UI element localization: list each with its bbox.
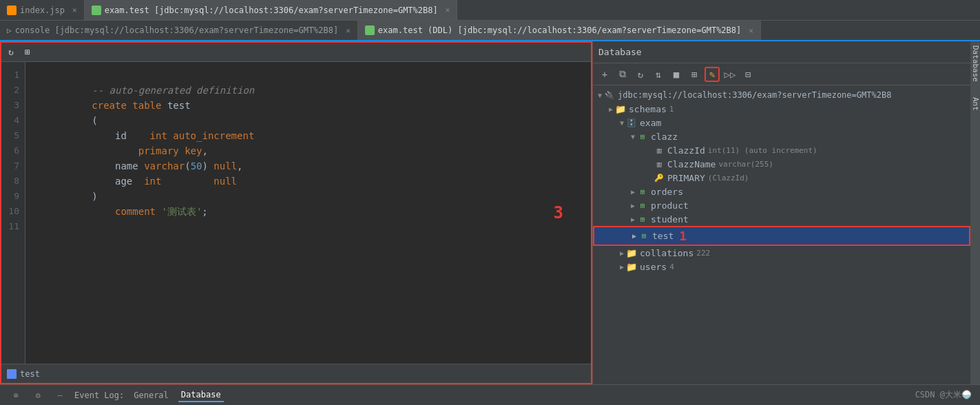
line-num-7: 7 bbox=[14, 158, 19, 174]
code-line-11 bbox=[34, 219, 583, 234]
database-side-label[interactable]: Database bbox=[970, 41, 981, 86]
exam-label: exam bbox=[640, 118, 661, 128]
users-count: 4 bbox=[669, 262, 674, 271]
grid-view-icon[interactable]: ⊞ bbox=[22, 47, 33, 58]
schemas-label: schemas bbox=[629, 104, 667, 114]
collations-label: collations bbox=[640, 248, 694, 258]
line-num-11: 11 bbox=[8, 219, 19, 234]
clazzid-label: ClazzId bbox=[667, 145, 705, 156]
tab-icon-console: ▷ bbox=[7, 26, 12, 35]
test-label: test bbox=[652, 231, 674, 241]
editor-content: 1 2 3 4 5 6 7 8 9 10 11 -- auto-generate… bbox=[1, 62, 591, 364]
status-bar: ⊕ ⚙ — Event Log: General Database CSDN @… bbox=[0, 384, 980, 405]
footer-grid-icon bbox=[7, 369, 17, 379]
test-arrow: ▶ bbox=[630, 232, 638, 240]
refresh-icon[interactable]: ↻ bbox=[6, 47, 17, 58]
kw-table: table bbox=[132, 100, 161, 111]
ant-side-label[interactable]: Ant bbox=[970, 93, 981, 115]
collations-count: 222 bbox=[696, 249, 710, 258]
orders-arrow: ▶ bbox=[629, 187, 637, 196]
tree-users[interactable]: ▶ 📁 users 4 bbox=[593, 260, 970, 273]
tab-close-index[interactable]: ✕ bbox=[72, 6, 77, 14]
tree-student[interactable]: ▶ ⊞ student bbox=[593, 212, 970, 226]
db-stop-btn[interactable]: ■ bbox=[669, 67, 684, 82]
student-arrow: ▶ bbox=[629, 215, 637, 223]
line-num-4: 4 bbox=[14, 113, 19, 128]
status-minimize-btn[interactable]: — bbox=[52, 388, 67, 403]
code-editor[interactable]: -- auto-generated definition create tabl… bbox=[25, 62, 591, 364]
tab-close-console[interactable]: ✕ bbox=[346, 26, 351, 35]
tab-bar-row1: index.jsp ✕ exam.test [jdbc:mysql://loca… bbox=[0, 0, 980, 21]
collations-icon: 📁 bbox=[626, 247, 637, 258]
line-num-6: 6 bbox=[14, 143, 19, 158]
primary-key-icon: 🔑 bbox=[654, 172, 665, 183]
clazzname-type: varchar(255) bbox=[718, 160, 773, 169]
tree-clazzid[interactable]: ▥ ClazzId int(11) (auto increment) bbox=[593, 143, 970, 157]
schemas-icon: 📁 bbox=[615, 103, 626, 114]
student-table-icon: ⊞ bbox=[637, 214, 648, 225]
product-table-icon: ⊞ bbox=[637, 200, 648, 211]
status-left: ⊕ ⚙ — Event Log: General Database bbox=[8, 388, 224, 403]
tab-ddl[interactable]: exam.test (DDL) [jdbc:mysql://localhost:… bbox=[358, 21, 761, 40]
schemas-count: 1 bbox=[669, 105, 674, 114]
db-sync-btn[interactable]: ⇅ bbox=[651, 67, 666, 82]
tree-orders[interactable]: ▶ ⊞ orders bbox=[593, 185, 970, 198]
status-settings-btn[interactable]: ⚙ bbox=[30, 388, 45, 403]
tab-console[interactable]: ▷ console [jdbc:mysql://localhost:3306/e… bbox=[0, 21, 358, 40]
users-icon: 📁 bbox=[626, 261, 637, 272]
db-table-btn[interactable]: ⊞ bbox=[687, 67, 702, 82]
clazzid-icon: ▥ bbox=[654, 145, 665, 156]
line-num-5: 5 bbox=[14, 128, 19, 143]
product-arrow: ▶ bbox=[629, 201, 637, 209]
tab-general[interactable]: General bbox=[131, 389, 171, 402]
db-panel-title: Database bbox=[598, 47, 642, 57]
users-arrow: ▶ bbox=[618, 262, 626, 271]
annotation-number-3: 3 bbox=[554, 203, 563, 222]
tree-exam[interactable]: ▼ 🗄️ exam bbox=[593, 116, 970, 129]
event-log-label: Event Log: bbox=[74, 391, 124, 400]
tree-test[interactable]: ▶ ⊞ test 1 bbox=[593, 226, 970, 246]
line-num-9: 9 bbox=[14, 189, 19, 204]
db-copy-btn[interactable]: ⧉ bbox=[615, 67, 630, 82]
line-num-1: 1 bbox=[14, 68, 19, 83]
tree-primary[interactable]: 🔑 PRIMARY (ClazzId) bbox=[593, 171, 970, 185]
tab-database-status[interactable]: Database bbox=[178, 388, 224, 402]
clazzid-type: int(11) (auto increment) bbox=[708, 146, 817, 155]
line-numbers: 1 2 3 4 5 6 7 8 9 10 11 bbox=[1, 62, 25, 364]
tree-clazzname[interactable]: ▥ ClazzName varchar(255) bbox=[593, 157, 970, 171]
orders-label: orders bbox=[651, 187, 683, 197]
editor-toolbar: ↻ ⊞ bbox=[1, 43, 591, 62]
comment-string: '测试表' bbox=[161, 206, 202, 217]
editor-footer: test bbox=[1, 364, 591, 383]
db-edit-btn[interactable]: ✎ bbox=[705, 67, 720, 82]
clazzname-arrow bbox=[643, 158, 654, 169]
tree-connection[interactable]: ▼ 🔌 jdbc:mysql://localhost:3306/exam?ser… bbox=[593, 88, 970, 102]
exam-icon: 🗄️ bbox=[626, 117, 637, 128]
tab-bar-row2: ▷ console [jdbc:mysql://localhost:3306/e… bbox=[0, 21, 980, 41]
tab-close-exam[interactable]: ✕ bbox=[446, 6, 450, 14]
orders-table-icon: ⊞ bbox=[637, 186, 648, 197]
line-num-10: 10 bbox=[8, 204, 19, 219]
db-add-btn[interactable]: + bbox=[597, 67, 612, 82]
db-tree: ▼ 🔌 jdbc:mysql://localhost:3306/exam?ser… bbox=[593, 85, 970, 384]
db-console-btn[interactable]: ▷▷ bbox=[722, 67, 738, 82]
db-toolbar: + ⧉ ↻ ⇅ ■ ⊞ ✎ ▷▷ ⊟ bbox=[593, 63, 970, 85]
db-filter-btn[interactable]: ⊟ bbox=[740, 67, 755, 82]
tab-index-jsp[interactable]: index.jsp ✕ bbox=[0, 0, 85, 20]
status-add-btn[interactable]: ⊕ bbox=[8, 388, 23, 403]
code-line-4: id int auto_increment bbox=[34, 113, 583, 128]
tab-exam-test[interactable]: exam.test [jdbc:mysql://localhost:3306/e… bbox=[85, 0, 458, 20]
tree-product[interactable]: ▶ ⊞ product bbox=[593, 198, 970, 212]
tree-collations[interactable]: ▶ 📁 collations 222 bbox=[593, 246, 970, 260]
db-header: Database bbox=[593, 41, 970, 63]
tab-close-ddl[interactable]: ✕ bbox=[749, 26, 753, 35]
product-label: product bbox=[651, 200, 689, 211]
tab-icon-grid bbox=[92, 6, 101, 15]
clazz-arrow: ▼ bbox=[629, 132, 637, 141]
primary-ref: (ClazzId) bbox=[708, 174, 749, 183]
brand-label: CSDN @大米🍚 bbox=[915, 389, 972, 401]
clazzname-icon: ▥ bbox=[654, 158, 665, 169]
tree-clazz[interactable]: ▼ ⊞ clazz bbox=[593, 129, 970, 143]
db-refresh-btn[interactable]: ↻ bbox=[633, 67, 648, 82]
tree-schemas[interactable]: ▶ 📁 schemas 1 bbox=[593, 102, 970, 116]
